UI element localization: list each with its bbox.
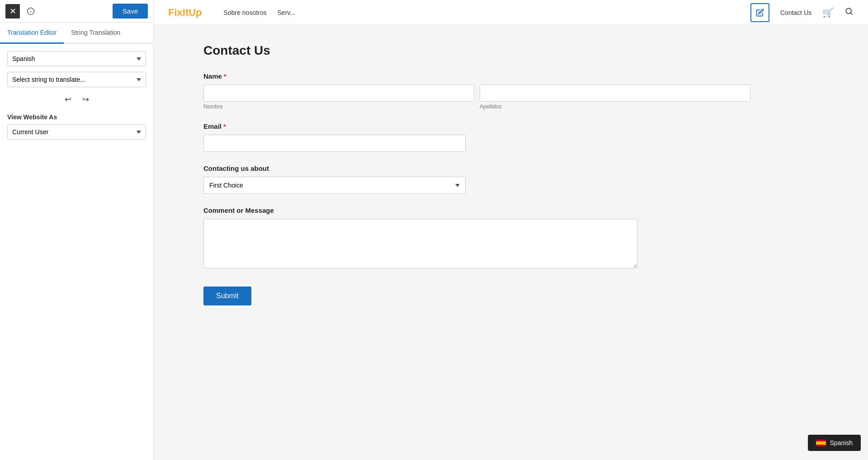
view-as-section: View Website As Current User Guest Admin…: [0, 113, 153, 147]
save-button[interactable]: Save: [113, 4, 148, 19]
last-name-sublabel: Apellidos: [480, 103, 750, 110]
undo-button[interactable]: ↩: [61, 93, 75, 106]
name-row: Nombre Apellidos: [203, 84, 750, 110]
first-name-input[interactable]: [203, 84, 474, 102]
edit-icon-button[interactable]: [750, 3, 769, 22]
name-form-group: Name * Nombre Apellidos: [203, 72, 750, 110]
svg-line-4: [851, 13, 853, 15]
email-label: Email *: [203, 122, 750, 130]
nav-sobre-nosotros[interactable]: Sobre nosotros: [224, 9, 267, 16]
comment-label: Comment or Message: [203, 207, 750, 214]
tab-translation-editor[interactable]: Translation Editor: [0, 23, 64, 44]
language-select[interactable]: Spanish French German: [7, 51, 146, 66]
main-content: FixItUp Sobre nosotros Serv... Contact U…: [154, 0, 868, 460]
sidebar: ✕ Save Translation Editor String Transla…: [0, 0, 154, 460]
string-select[interactable]: Select string to translate...: [7, 72, 146, 87]
info-button[interactable]: [24, 4, 38, 19]
comment-textarea[interactable]: [203, 219, 637, 268]
spanish-flag-icon: [816, 440, 826, 446]
search-icon[interactable]: [844, 7, 854, 18]
sidebar-content: Spanish French German Select string to t…: [0, 44, 153, 113]
email-required-star: *: [223, 122, 226, 130]
language-badge-label: Spanish: [830, 439, 853, 446]
name-required-star: *: [224, 72, 226, 80]
comment-form-group: Comment or Message: [203, 207, 750, 270]
nav-contact-link[interactable]: Contact Us: [780, 9, 811, 16]
name-label: Name *: [203, 72, 750, 80]
top-navigation: FixItUp Sobre nosotros Serv... Contact U…: [154, 0, 868, 25]
first-name-field: Nombre: [203, 84, 474, 110]
svg-point-3: [846, 8, 851, 14]
close-button[interactable]: ✕: [5, 4, 20, 19]
undo-redo-toolbar: ↩ ↪: [7, 93, 146, 106]
view-as-label: View Website As: [7, 113, 146, 121]
first-name-sublabel: Nombre: [203, 103, 474, 110]
tab-string-translation[interactable]: String Translation: [64, 23, 127, 44]
view-as-select[interactable]: Current User Guest Administrator: [7, 124, 146, 140]
site-logo: FixItUp: [168, 7, 202, 19]
page-title: Contact Us: [203, 43, 750, 58]
contacting-about-label: Contacting us about: [203, 164, 750, 172]
contacting-about-group: Contacting us about First Choice Second …: [203, 164, 750, 194]
last-name-field: Apellidos: [480, 84, 750, 110]
language-badge: Spanish: [808, 435, 861, 451]
email-input[interactable]: [203, 135, 466, 152]
contact-form-area: Contact Us Name * Nombre Apellidos E: [154, 25, 787, 333]
cart-icon[interactable]: 🛒: [822, 7, 834, 18]
last-name-input[interactable]: [480, 84, 750, 102]
email-form-group: Email *: [203, 122, 750, 152]
submit-button[interactable]: Submit: [203, 286, 251, 305]
redo-button[interactable]: ↪: [79, 93, 93, 106]
sidebar-header: ✕ Save: [0, 0, 153, 23]
sidebar-tabs: Translation Editor String Translation: [0, 23, 153, 44]
nav-serv[interactable]: Serv...: [278, 9, 295, 16]
contacting-about-select[interactable]: First Choice Second Choice Third Choice: [203, 177, 466, 194]
